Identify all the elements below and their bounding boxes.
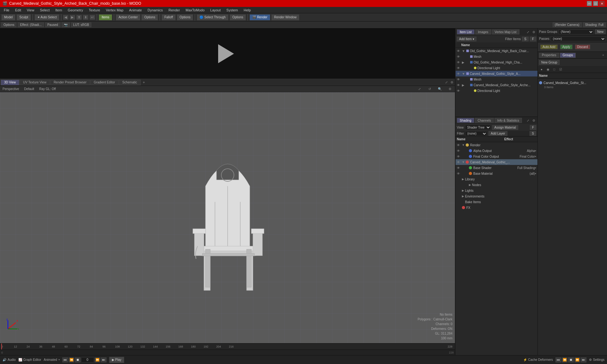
list-item[interactable]: 👁 Mesh [456,54,537,59]
fr-icon-3[interactable]: □ [552,67,557,72]
passes-select[interactable]: (none) [551,36,606,41]
pb-btn-2[interactable]: ⏪ [562,357,567,362]
shade-item-render[interactable]: 👁 ▼ Render [456,142,537,148]
viewport-zoom-icon[interactable]: 🔍 [437,87,442,92]
shading-f-button[interactable]: F [530,125,536,130]
nav-up-button[interactable]: ⬆ [76,15,82,20]
minimize-button[interactable]: ─ [587,1,592,6]
close-button[interactable]: ✕ [599,1,604,6]
graph-editor-button[interactable]: 📈 Graph Editor [18,358,41,361]
falloff-button[interactable]: Falloff [162,14,176,21]
auto-add-button[interactable]: Auto Add [540,45,558,49]
item-list-content[interactable]: 👁 ▼ Old_Gothic_Medieval_High_Back_Chair.… [456,48,537,117]
assign-material-button[interactable]: Assign Material [492,125,518,130]
mode-sculpt-button[interactable]: Sculpt [16,14,31,21]
shade-item-carved[interactable]: 👁 ▼ Carved_Medieval_Gothic_... [456,159,537,165]
mode-model-button[interactable]: Model [1,14,15,21]
shade-eye-material[interactable]: 👁 [457,172,461,175]
list-item[interactable]: 👁 ▼ Old_Gothic_Medieval_High_Back_Chair.… [456,48,537,54]
viewport-3d[interactable]: X Y Z No Items Polygons : Catmull-Clark … [0,92,455,343]
fr-icon-2[interactable]: ◉ [545,67,550,72]
render-camera-label[interactable]: (Render Camera) [553,22,582,27]
eye-icon-6[interactable]: 👁 [457,78,461,81]
eye-icon-4[interactable]: 👁 [457,66,461,70]
options-label[interactable]: Options [1,22,16,27]
pb-btn-1[interactable]: ⏮ [555,357,561,362]
viewport-expand-icon[interactable]: ⤢ [444,80,449,85]
menu-maxtomode[interactable]: MaxToModo [183,8,207,13]
nav-forward-button[interactable]: ▶ [70,15,75,20]
tab-groups[interactable]: Groups [560,53,576,58]
add-viewport-tab[interactable]: + [141,80,147,85]
list-item[interactable]: 👁 ▶ Carved_Medieval_Gothic_Style_Arche..… [456,82,537,88]
tab-item-list[interactable]: Item List [457,29,475,34]
shade-eye-final[interactable]: 👁 [457,155,461,158]
menu-select[interactable]: Select [37,8,52,13]
tab-schematic[interactable]: Schematic [119,80,141,85]
options3-button[interactable]: Options [230,14,246,21]
s-filter-button[interactable]: S [522,37,529,41]
shading-label[interactable]: Shading: Full [583,22,606,27]
transport-start-button[interactable]: ⏮ [62,357,68,362]
play-button[interactable]: ▶ Play [109,357,124,363]
add-layer-button[interactable]: Add Layer [488,131,507,136]
item-list-settings-icon[interactable]: ⚙ [531,29,536,34]
fr-icon-1[interactable]: ● [539,67,544,72]
menu-animate[interactable]: Animate [126,8,144,13]
pass-groups-select[interactable]: (None) [559,29,594,34]
fr-content[interactable]: Carved_Medieval_Gothic_St... 3 Items [538,79,607,355]
shade-eye-alpha[interactable]: 👁 [457,149,461,153]
shade-item-bake[interactable]: Bake Items [456,199,537,205]
new-pass-group-button[interactable]: New [595,29,606,34]
shade-item-final-color[interactable]: 👁 Final Color Output Final Color ▾ [456,154,537,159]
animated-dropdown[interactable]: Animated ▾ [44,358,59,361]
eye-icon-3[interactable]: 👁 [457,61,461,64]
viewport-nav-icon[interactable]: ↺ [427,87,432,92]
tab-images[interactable]: Images [475,29,491,34]
menu-item[interactable]: Item [53,8,64,13]
eye-icon-5[interactable]: 👁 [457,72,461,76]
filter-select[interactable]: (none) [465,131,487,136]
transport-next-button[interactable]: ⏩ [95,357,100,362]
menu-help[interactable]: Help [241,8,254,13]
discard-button[interactable]: Discard [575,45,590,49]
fr-plus-icon[interactable]: + [601,53,606,58]
pb-btn-3[interactable]: ⏹ [568,357,574,362]
frame-number-input[interactable] [81,357,94,362]
transport-end-button[interactable]: ⏭ [101,357,107,362]
tab-3d-view[interactable]: 3D View [1,80,19,85]
shade-eye-carved[interactable]: 👁 [457,161,461,164]
add-item-button[interactable]: Add Item ▾ [457,37,476,41]
f-filter-button[interactable]: F [530,37,536,41]
fr-icon-4[interactable]: ☑ [558,67,563,72]
shading-content[interactable]: 👁 ▼ Render 👁 Alpha Output Alpha ▾ 👁 [456,142,537,355]
shader-tree-select[interactable]: Shader Tree [465,125,491,130]
options1-button[interactable]: Options [141,14,158,21]
tab-vertex-map-list[interactable]: Vertex Map List [492,29,519,34]
menu-geometry[interactable]: Geometry [65,8,85,13]
menu-edit[interactable]: Edit [13,8,24,13]
shade-item-base-shader[interactable]: 👁 Base Shader Full Shading ▾ [456,165,537,171]
shade-item-alpha[interactable]: 👁 Alpha Output Alpha ▾ [456,148,537,154]
nav-return-button[interactable]: ↩ [89,15,95,20]
fr-group-item-1[interactable]: Carved_Medieval_Gothic_St... [539,80,606,86]
paused-label[interactable]: Paused [45,22,60,27]
title-bar-controls[interactable]: ─ □ ✕ [587,1,604,6]
eye-icon-1[interactable]: 👁 [457,49,461,53]
maximize-button[interactable]: □ [593,1,598,6]
shade-eye-render[interactable]: 👁 [457,143,461,147]
viewport-more-icon[interactable]: ⚙ [447,87,452,92]
shade-item-environments[interactable]: ▶ Environments [456,193,537,199]
shading-s-button[interactable]: S [530,131,536,136]
shade-item-lights[interactable]: ▶ Lights [456,188,537,193]
list-item[interactable]: 👁 ▶ Old_Gothic_Medieval_High_Cha... [456,59,537,65]
effect-label[interactable]: Effect: (Shadi... [18,22,44,27]
menu-view[interactable]: View [24,8,37,13]
tab-properties[interactable]: Properties [539,53,559,58]
cache-deformers-button[interactable]: ⚡ Cache Deformers [523,358,553,361]
timeline-cursor[interactable] [1,343,2,349]
list-item[interactable]: 👁 Mesh [456,76,537,82]
transport-prev-button[interactable]: ⏪ [69,357,74,362]
tab-shading[interactable]: Shading [457,118,474,123]
apply-button[interactable]: Apply [560,45,573,49]
